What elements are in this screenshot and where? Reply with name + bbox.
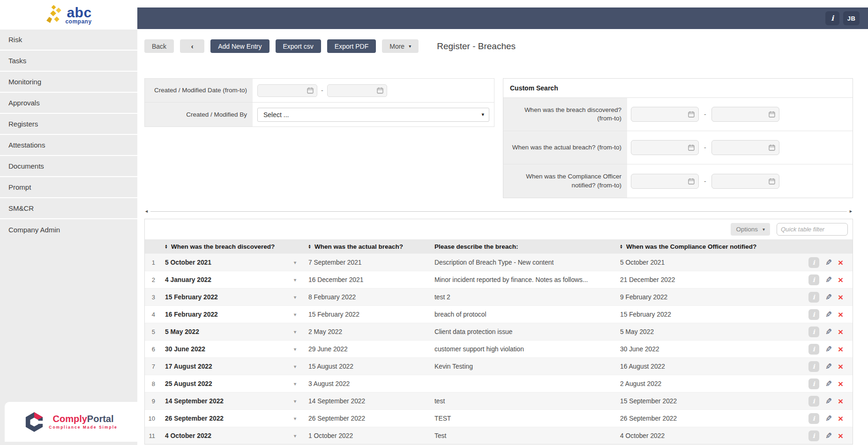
cell-breach-discovered[interactable]: 17 August 2022 ▾ <box>161 363 305 370</box>
header-officer-notified[interactable]: ▲▼ When was the Compliance Officer notif… <box>616 243 792 250</box>
breach-discovered-to-input[interactable] <box>711 107 779 122</box>
cell-actual-breach[interactable]: 3 August 2022 <box>305 380 431 387</box>
delete-icon[interactable]: × <box>838 345 843 354</box>
caret-down-icon[interactable]: ▾ <box>294 399 296 404</box>
delete-icon[interactable]: × <box>838 327 843 336</box>
sort-icon[interactable]: ▲▼ <box>620 244 623 249</box>
caret-down-icon[interactable]: ▾ <box>294 381 296 386</box>
sidebar-item-smcr[interactable]: SM&CR <box>0 198 137 219</box>
delete-icon[interactable]: × <box>838 379 843 388</box>
cell-breach-discovered[interactable]: 4 October 2022 ▾ <box>161 432 305 439</box>
cell-breach-discovered[interactable]: 4 January 2022 ▾ <box>161 276 305 283</box>
cell-actual-breach[interactable]: 8 February 2022 <box>305 294 431 301</box>
cell-officer-notified[interactable]: 9 February 2022 <box>616 294 792 301</box>
options-button[interactable]: Options ▾ <box>731 223 770 236</box>
pencil-icon[interactable]: ✎ <box>825 276 832 284</box>
caret-down-icon[interactable]: ▾ <box>294 416 296 421</box>
more-button[interactable]: More ▾ <box>382 39 419 53</box>
actual-breach-from-input[interactable] <box>631 140 699 155</box>
chevron-left-button[interactable]: ‹ <box>180 39 204 53</box>
cell-actual-breach[interactable]: 26 September 2022 <box>305 415 431 422</box>
info-icon[interactable]: i <box>808 344 819 355</box>
info-icon[interactable]: i <box>808 257 819 268</box>
cell-description[interactable]: Kevin Testing <box>431 363 616 370</box>
created-date-to-input[interactable] <box>327 84 387 97</box>
cell-description[interactable]: customer support high violation <box>431 346 616 353</box>
info-icon[interactable]: i <box>808 361 819 372</box>
caret-down-icon[interactable]: ▾ <box>294 260 296 265</box>
created-date-from-input[interactable] <box>257 84 317 97</box>
delete-icon[interactable]: × <box>838 362 843 371</box>
cell-description[interactable]: Test <box>431 432 616 439</box>
cell-officer-notified[interactable]: 15 September 2022 <box>616 398 792 405</box>
cell-actual-breach[interactable]: 16 December 2021 <box>305 276 431 283</box>
cell-officer-notified[interactable]: 21 December 2022 <box>616 276 792 283</box>
quick-table-filter-input[interactable] <box>777 223 848 236</box>
caret-down-icon[interactable]: ▾ <box>294 329 296 334</box>
cell-breach-discovered[interactable]: 16 February 2022 ▾ <box>161 311 305 318</box>
cell-breach-discovered[interactable]: 5 May 2022 ▾ <box>161 328 305 335</box>
caret-down-icon[interactable]: ▾ <box>294 433 296 438</box>
pencil-icon[interactable]: ✎ <box>825 415 832 423</box>
cell-actual-breach[interactable]: 1 October 2022 <box>305 432 431 439</box>
cell-officer-notified[interactable]: 26 September 2022 <box>616 415 792 422</box>
info-icon[interactable]: i <box>808 396 819 407</box>
actual-breach-to-input[interactable] <box>711 140 779 155</box>
sidebar-item-risk[interactable]: Risk <box>0 30 137 51</box>
cell-breach-discovered[interactable]: 30 June 2022 ▾ <box>161 346 305 353</box>
scroll-left-icon[interactable]: ◄ <box>144 209 149 214</box>
info-icon[interactable]: i <box>808 326 819 337</box>
cell-description[interactable]: Minor incident reported by finance. Note… <box>431 276 616 283</box>
sidebar-item-monitoring[interactable]: Monitoring <box>0 72 137 93</box>
caret-down-icon[interactable]: ▾ <box>294 347 296 352</box>
cell-description[interactable]: TEST <box>431 415 616 422</box>
caret-down-icon[interactable]: ▾ <box>294 277 296 282</box>
export-csv-button[interactable]: Export csv <box>276 39 321 53</box>
avatar[interactable]: JB <box>843 11 860 25</box>
info-button[interactable]: i <box>825 11 839 25</box>
cell-officer-notified[interactable]: 16 August 2022 <box>616 363 792 370</box>
created-modified-by-select[interactable]: Select ... ▾ <box>257 108 489 122</box>
header-breach-discovered[interactable]: ▲▼ When was the breach discovered? <box>161 243 305 250</box>
sidebar-item-documents[interactable]: Documents <box>0 156 137 177</box>
cell-actual-breach[interactable]: 15 August 2022 <box>305 363 431 370</box>
export-pdf-button[interactable]: Export PDF <box>327 39 376 53</box>
sidebar-item-approvals[interactable]: Approvals <box>0 93 137 114</box>
info-icon[interactable]: i <box>808 378 819 389</box>
breach-discovered-from-input[interactable] <box>631 107 699 122</box>
cell-description[interactable]: Description of Breach Type - New content <box>431 259 616 266</box>
cell-breach-discovered[interactable]: 26 September 2022 ▾ <box>161 415 305 422</box>
pencil-icon[interactable]: ✎ <box>825 259 832 267</box>
sidebar-item-prompt[interactable]: Prompt <box>0 177 137 198</box>
delete-icon[interactable]: × <box>838 258 843 267</box>
pencil-icon[interactable]: ✎ <box>825 380 832 388</box>
cell-officer-notified[interactable]: 4 October 2022 <box>616 432 792 439</box>
scroll-right-icon[interactable]: ► <box>849 209 853 214</box>
cell-actual-breach[interactable]: 2 May 2022 <box>305 328 431 335</box>
cell-breach-discovered[interactable]: 5 October 2021 ▾ <box>161 259 305 266</box>
caret-down-icon[interactable]: ▾ <box>294 295 296 300</box>
cell-description[interactable]: breach of protocol <box>431 311 616 318</box>
cell-officer-notified[interactable]: 15 February 2022 <box>616 311 792 318</box>
cell-actual-breach[interactable]: 29 June 2022 <box>305 346 431 353</box>
cell-officer-notified[interactable]: 5 October 2021 <box>616 259 792 266</box>
sort-icon[interactable]: ▲▼ <box>308 244 311 249</box>
delete-icon[interactable]: × <box>838 275 843 284</box>
info-icon[interactable]: i <box>808 413 819 424</box>
officer-notified-to-input[interactable] <box>711 174 779 189</box>
cell-description[interactable]: test <box>431 398 616 405</box>
pencil-icon[interactable]: ✎ <box>825 432 832 440</box>
sort-icon[interactable]: ▲▼ <box>165 244 168 249</box>
info-icon[interactable]: i <box>808 430 819 441</box>
cell-breach-discovered[interactable]: 25 August 2022 ▾ <box>161 380 305 387</box>
delete-icon[interactable]: × <box>838 414 843 423</box>
back-button[interactable]: Back <box>144 39 174 53</box>
officer-notified-from-input[interactable] <box>631 174 699 189</box>
delete-icon[interactable]: × <box>838 431 843 440</box>
caret-down-icon[interactable]: ▾ <box>294 364 296 369</box>
cell-actual-breach[interactable]: 15 February 2022 <box>305 311 431 318</box>
delete-icon[interactable]: × <box>838 293 843 302</box>
pencil-icon[interactable]: ✎ <box>825 363 832 371</box>
cell-actual-breach[interactable]: 7 September 2021 <box>305 259 431 266</box>
company-logo[interactable]: abc company <box>0 0 137 30</box>
